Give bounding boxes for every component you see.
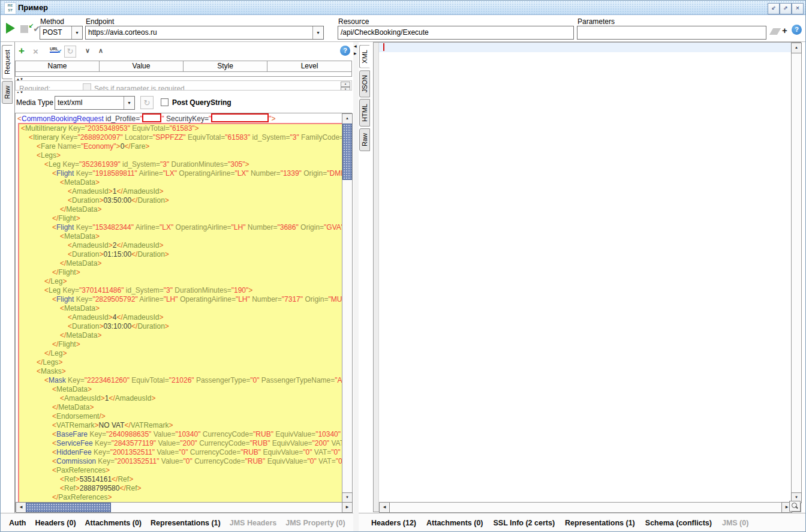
xml-line: <Legs>: [19, 151, 342, 160]
xml-token: "SPPFZZ": [153, 133, 186, 142]
required-checkbox[interactable]: [83, 83, 91, 91]
xml-token: >: [159, 313, 163, 321]
method-dropdown-arrow-icon[interactable]: ▼: [71, 26, 82, 39]
xml-line: <Ref>2888799580</Ref>: [19, 484, 342, 493]
add-parameter-icon[interactable]: +: [782, 26, 787, 35]
response-xml-editor[interactable]: [379, 43, 791, 502]
xml-token: Flight: [58, 268, 76, 276]
xml-token: EquivValue=: [265, 457, 307, 465]
resource-input[interactable]: /api/CheckBooking/Execute: [338, 26, 574, 40]
help-icon[interactable]: ?: [792, 25, 802, 35]
response-tab-xml[interactable]: XML: [359, 45, 370, 68]
xml-token: >: [109, 313, 113, 321]
move-param-down-icon[interactable]: ∨: [85, 47, 90, 55]
maximize-window-icon[interactable]: ⇗: [780, 3, 792, 14]
xml-token: >: [109, 187, 113, 196]
endpoint-label: Endpoint: [86, 17, 114, 26]
title-bar[interactable]: REST Пример ⇙ ⇗ ×: [1, 1, 805, 15]
response-scroll-up-icon[interactable]: ▲: [791, 43, 802, 53]
xml-token: Duration: [72, 322, 99, 330]
close-window-icon[interactable]: ×: [792, 3, 804, 14]
response-scroll-left-icon[interactable]: ◀: [379, 502, 390, 513]
xml-token: "0": [184, 457, 193, 465]
xml-token: >: [97, 331, 101, 339]
parameters-input[interactable]: [577, 26, 766, 40]
xml-token: CommonBookingRequest: [22, 115, 104, 123]
submit-request-button[interactable]: [6, 23, 15, 34]
xml-token: <: [60, 178, 64, 187]
xml-token: </: [52, 403, 58, 411]
magnifier-icon[interactable]: [789, 501, 801, 512]
xml-token: <: [29, 133, 33, 142]
recreate-body-icon[interactable]: ↻: [140, 96, 154, 109]
xml-token: <: [52, 223, 56, 232]
xml-line: <Fare Name="Economy">0</Fare>: [19, 142, 342, 151]
xml-token: "DME": [327, 169, 342, 178]
xml-token: MetaData: [66, 259, 97, 267]
xml-token: >: [76, 268, 80, 276]
delete-param-button[interactable]: ×: [33, 46, 38, 56]
request-scroll-up-icon[interactable]: ▲: [342, 113, 353, 124]
collapse-left-icon[interactable]: ◀: [354, 44, 357, 49]
xml-token: >: [95, 232, 100, 241]
xml-token: >: [97, 205, 101, 214]
xml-line: <AmadeusId>1</AmadeusId>: [19, 394, 342, 403]
xml-token: EquivTotal=: [186, 133, 225, 142]
required-spinner[interactable]: ▲▼: [341, 82, 350, 90]
response-bottom-tab-schema-conflicts-[interactable]: Schema (conflicts): [645, 519, 712, 527]
add-param-button[interactable]: +: [19, 45, 25, 57]
xml-token: 03:50:00: [103, 196, 131, 205]
xml-token: VAT=: [317, 457, 336, 465]
update-from-url-icon[interactable]: URL↙: [50, 46, 58, 53]
cancel-request-button[interactable]: [20, 25, 28, 33]
response-vscrollbar[interactable]: [791, 43, 802, 503]
endpoint-dropdown-arrow-icon[interactable]: ▼: [312, 26, 323, 39]
response-tab-html[interactable]: HTML: [359, 99, 370, 127]
response-bottom-tab-representations-1-[interactable]: Representations (1): [565, 519, 635, 527]
request-hscroll-thumb[interactable]: [26, 503, 111, 512]
request-bottom-tab-headers-0-[interactable]: Headers (0): [35, 519, 76, 527]
request-help-icon[interactable]: ?: [340, 46, 350, 56]
request-scroll-left-icon[interactable]: ◀: [16, 502, 26, 513]
xml-token: >: [137, 484, 142, 492]
request-tab-request[interactable]: Request: [2, 45, 13, 79]
request-bottom-tab-auth[interactable]: Auth: [9, 519, 26, 527]
request-bottom-tab-representations-1-[interactable]: Representations (1): [151, 519, 221, 527]
media-type-select[interactable]: text/xml▼: [55, 96, 135, 110]
xml-token: "1339": [281, 169, 302, 178]
params-table-body[interactable]: [15, 72, 352, 77]
params-column-name: Name: [16, 61, 100, 71]
xml-token: "RUB": [240, 448, 261, 456]
response-tab-label: HTML: [361, 104, 368, 122]
xml-token: </: [116, 187, 122, 196]
xml-token: Duration: [137, 250, 164, 259]
split-divider[interactable]: ◀ ▶: [353, 42, 359, 532]
xml-token: PassengerType=: [194, 376, 251, 384]
post-querystring-checkbox[interactable]: [161, 98, 169, 106]
response-bottom-tab-ssl-info-2-certs-[interactable]: SSL Info (2 certs): [494, 519, 555, 527]
request-bottom-tab-attachments-0-[interactable]: Attachments (0): [85, 519, 142, 527]
text-caret: [383, 43, 384, 51]
xml-token: Ref: [64, 475, 76, 483]
media-type-dropdown-arrow-icon[interactable]: ▼: [124, 97, 134, 109]
response-hscrollbar[interactable]: [379, 502, 792, 513]
request-vscroll-thumb[interactable]: [342, 124, 352, 180]
response-bottom-tab-attachments-0-[interactable]: Attachments (0): [426, 519, 483, 527]
xml-token: SecurityKey=: [164, 115, 209, 123]
endpoint-select[interactable]: https://avia.corteos.ru▼: [85, 26, 324, 40]
collapse-right-icon[interactable]: ▶: [354, 51, 357, 56]
minimize-window-icon[interactable]: ⇙: [768, 3, 780, 14]
response-tab-raw[interactable]: Raw: [359, 128, 370, 151]
move-param-up-icon[interactable]: ∧: [98, 47, 103, 55]
xml-token: Flight: [58, 214, 76, 223]
request-xml-editor[interactable]: <CommonBookingRequest id_Profile="" Secu…: [15, 113, 352, 512]
refresh-params-icon[interactable]: ↻: [64, 46, 76, 58]
xml-token: CurrencyCode=: [188, 448, 241, 456]
method-select[interactable]: POST▼: [40, 26, 83, 40]
xml-token: Itinerary: [33, 133, 59, 142]
request-tab-raw[interactable]: Raw: [2, 81, 13, 104]
xml-token: OperatingAirline=: [173, 223, 231, 232]
response-bottom-tab-headers-12-[interactable]: Headers (12): [371, 519, 416, 527]
request-scroll-right-icon[interactable]: ▶: [342, 502, 353, 513]
response-tab-json[interactable]: JSON: [359, 70, 370, 97]
